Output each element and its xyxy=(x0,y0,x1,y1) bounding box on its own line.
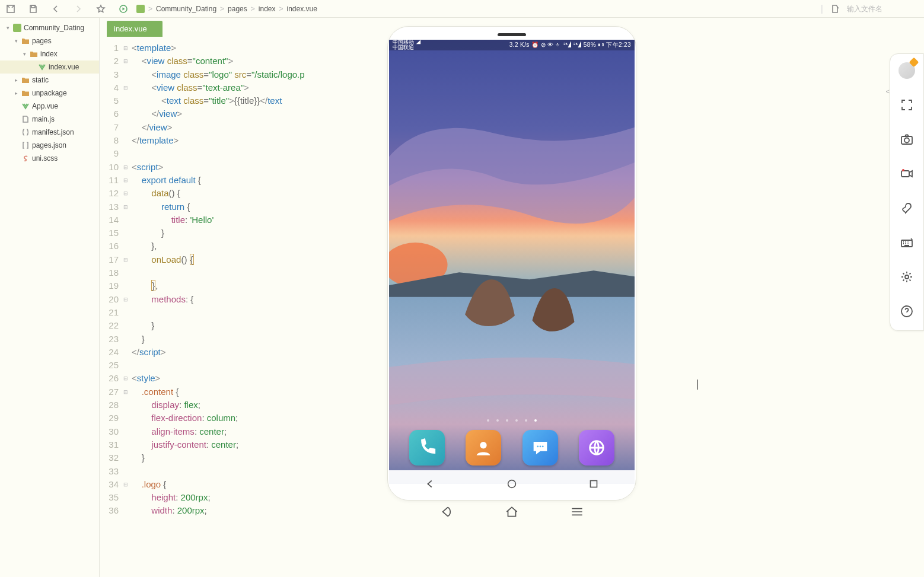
right-blank-area: < xyxy=(639,18,924,577)
settings-icon[interactable] xyxy=(898,269,915,285)
vue-icon xyxy=(21,102,30,110)
tree-label: index.vue xyxy=(49,63,79,71)
svg-point-18 xyxy=(905,275,909,279)
android-status-bar: 中国移动 ◢中国联通 3.2 K/s ⏰ ⊘ 👁 ᯤ ²⁶◢ ²⁶◢ 58% ▮… xyxy=(389,40,635,50)
tree-label: static xyxy=(32,76,49,84)
breadcrumb-part[interactable]: index xyxy=(259,5,276,13)
clock-label: 下午2:23 xyxy=(606,42,631,48)
battery-label: 58% xyxy=(584,42,596,48)
panel-icon[interactable] xyxy=(6,4,15,14)
avatar-icon[interactable] xyxy=(898,62,915,79)
camera-icon[interactable] xyxy=(898,131,915,148)
project-icon xyxy=(136,5,145,13)
device-preview-column: 中国移动 ◢中国联通 3.2 K/s ⏰ ⊘ 👁 ᯤ ²⁶◢ ²⁶◢ 58% ▮… xyxy=(384,18,639,577)
run-icon[interactable] xyxy=(119,4,128,14)
tree-item-pages[interactable]: ▾pages xyxy=(0,34,99,47)
dock-app-contacts[interactable] xyxy=(466,430,501,466)
tree-item-index-vue[interactable]: index.vue xyxy=(0,60,99,74)
back-key-icon[interactable] xyxy=(423,477,436,493)
save-icon[interactable] xyxy=(28,4,38,14)
tree-arrow-icon[interactable]: ▸ xyxy=(13,77,19,83)
tree-arrow-icon[interactable] xyxy=(13,142,19,148)
scss-icon xyxy=(21,154,30,162)
tree-item-main-js[interactable]: main.js xyxy=(0,113,99,126)
tree-label: uni.scss xyxy=(32,154,58,162)
dock-app-browser[interactable] xyxy=(579,430,614,466)
new-file-icon[interactable] xyxy=(830,4,840,14)
code-area[interactable]: <template> <view class="content"> <image… xyxy=(129,37,384,577)
tree-label: unpackage xyxy=(32,89,67,97)
folder-icon xyxy=(21,89,30,97)
breadcrumb-project[interactable]: Community_Dating xyxy=(156,5,216,13)
file-explorer[interactable]: ▾Community_Dating▾pages▾indexindex.vue▸s… xyxy=(0,18,100,577)
cursor-caret xyxy=(697,380,698,390)
project-icon xyxy=(13,24,21,32)
home-key-icon[interactable] xyxy=(505,477,518,493)
svg-rect-15 xyxy=(901,171,909,177)
page-dots xyxy=(389,419,635,422)
tree-label: Community_Dating xyxy=(24,24,84,32)
wallpaper xyxy=(389,40,635,484)
js-icon xyxy=(21,115,30,123)
svg-rect-1 xyxy=(31,5,35,8)
recent-key-icon[interactable] xyxy=(587,477,600,493)
tree-item-index[interactable]: ▾index xyxy=(0,47,99,60)
star-icon[interactable] xyxy=(96,4,106,14)
tab-bar: index.vue xyxy=(100,18,384,37)
svg-point-11 xyxy=(508,480,516,488)
dock-app-messages[interactable] xyxy=(522,430,558,466)
svg-point-16 xyxy=(902,169,904,171)
svg-point-9 xyxy=(542,445,544,447)
tab-label: index.vue xyxy=(114,24,147,33)
tree-label: index xyxy=(40,50,58,58)
tree-item-unpackage[interactable]: ▸unpackage xyxy=(0,87,99,100)
tree-arrow-icon[interactable] xyxy=(13,103,19,109)
svg-point-7 xyxy=(537,445,539,447)
code-editor[interactable]: 1234567891011121314151617181920212223242… xyxy=(100,37,384,577)
tree-arrow-icon[interactable] xyxy=(13,155,19,161)
tree-item-uni-scss[interactable]: uni.scss xyxy=(0,152,99,165)
tree-item-pages-json[interactable]: pages.json xyxy=(0,139,99,152)
tab-index-vue[interactable]: index.vue xyxy=(107,21,163,37)
emulator-ext-bar xyxy=(414,501,610,525)
svg-point-14 xyxy=(904,138,909,143)
breadcrumb-part[interactable]: index.vue xyxy=(287,5,317,13)
main-area: ▾Community_Dating▾pages▾indexindex.vue▸s… xyxy=(0,18,924,577)
filename-search-input[interactable] xyxy=(847,5,918,13)
phone-screen[interactable]: 中国移动 ◢中国联通 3.2 K/s ⏰ ⊘ 👁 ᯤ ²⁶◢ ²⁶◢ 58% ▮… xyxy=(389,40,635,500)
ext-menu-icon[interactable] xyxy=(569,504,585,522)
tree-item-static[interactable]: ▸static xyxy=(0,74,99,87)
svg-point-8 xyxy=(539,445,541,447)
folder-icon xyxy=(30,50,38,58)
fullscreen-icon[interactable] xyxy=(898,97,915,113)
keyboard-icon[interactable] xyxy=(898,234,915,251)
tree-arrow-icon[interactable]: ▾ xyxy=(13,38,19,44)
tree-arrow-icon[interactable]: ▾ xyxy=(21,51,27,57)
tree-arrow-icon[interactable] xyxy=(13,129,19,135)
ext-back-icon[interactable] xyxy=(439,504,454,522)
tree-arrow-icon[interactable]: ▸ xyxy=(13,90,19,96)
ext-home-icon[interactable] xyxy=(504,504,520,522)
folder-icon xyxy=(21,76,30,84)
tree-label: App.vue xyxy=(32,102,58,110)
tree-item-Community_Dating[interactable]: ▾Community_Dating xyxy=(0,21,99,34)
net-speed: 3.2 K/s xyxy=(509,42,530,48)
video-record-icon[interactable] xyxy=(898,165,915,182)
alarm-icon: ⏰ xyxy=(531,42,539,48)
dock-app-phone[interactable] xyxy=(409,430,445,466)
tree-arrow-icon[interactable] xyxy=(13,116,19,122)
tree-item-manifest-json[interactable]: manifest.json xyxy=(0,126,99,139)
back-icon[interactable] xyxy=(51,4,60,14)
fold-gutter[interactable]: ⊟⊟⊟⊟⊟⊟⊟⊟⊟⊟⊟⊟ xyxy=(122,37,129,577)
signal-icon: ◢ xyxy=(414,40,421,45)
breadcrumb-part[interactable]: pages xyxy=(228,5,247,13)
tree-label: manifest.json xyxy=(32,128,74,136)
help-icon[interactable] xyxy=(898,303,915,320)
tree-arrow-icon[interactable]: ▾ xyxy=(5,25,11,31)
brush-icon[interactable] xyxy=(898,200,915,216)
breadcrumb[interactable]: >Community_Dating >pages >index >index.v… xyxy=(136,5,317,13)
forward-icon[interactable] xyxy=(74,4,83,14)
tree-item-App-vue[interactable]: App.vue xyxy=(0,100,99,113)
wifi-icon: ᯤ xyxy=(556,42,562,48)
tree-arrow-icon[interactable] xyxy=(30,64,36,70)
